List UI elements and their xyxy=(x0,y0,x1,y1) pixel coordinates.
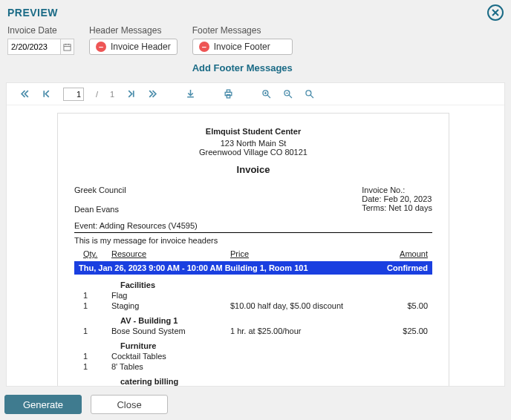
doc-title: Invoice xyxy=(74,164,432,175)
report-viewer: / 1 Elmquist Student Center 123 North Ma… xyxy=(6,82,505,387)
svg-line-8 xyxy=(267,95,270,98)
booking-bar: Thu, Jan 26, 2023 9:00 AM - 10:00 AM Bui… xyxy=(74,261,432,275)
zoom-out-button[interactable] xyxy=(283,89,293,99)
invoice-date-line: Date: Feb 20, 2023 xyxy=(362,194,432,203)
add-footer-messages-link[interactable]: Add Footer Messages xyxy=(192,62,293,73)
line-price xyxy=(230,291,371,300)
line-price: $10.00 half day, $5.00 discount xyxy=(230,301,371,310)
header-messages-label: Header Messages xyxy=(89,25,178,36)
prev-page-button[interactable] xyxy=(42,89,51,99)
invoice-footer-pill-label: Invoice Footer xyxy=(214,42,270,52)
col-resource: Resource xyxy=(111,249,230,258)
invoice-document: Elmquist Student Center 123 North Main S… xyxy=(57,113,449,386)
invoice-terms-line: Terms: Net 10 days xyxy=(362,203,432,212)
invoice-footer-pill[interactable]: – Invoice Footer xyxy=(192,39,293,55)
search-button[interactable] xyxy=(305,89,314,99)
zoom-in-button[interactable] xyxy=(261,89,271,99)
booking-when: Thu, Jan 26, 2023 9:00 AM - 10:00 AM Bui… xyxy=(79,263,308,272)
remove-icon: – xyxy=(199,42,209,52)
category-heading: Facilities xyxy=(120,280,432,289)
line-resource: Bose Sound System xyxy=(111,327,230,335)
line-price xyxy=(230,362,371,371)
org-addr1: 123 North Main St xyxy=(74,139,432,148)
invoice-header-pill-label: Invoice Header xyxy=(111,42,171,52)
close-footer-button[interactable]: Close xyxy=(91,395,168,414)
invoice-date-field[interactable] xyxy=(7,39,74,55)
category-heading: AV - Building 1 xyxy=(120,316,432,325)
line-resource: 8' Tables xyxy=(111,362,230,371)
svg-line-15 xyxy=(310,95,313,98)
category-heading: Furniture xyxy=(120,341,432,350)
invoice-date-label: Invoice Date xyxy=(7,25,74,36)
print-button[interactable] xyxy=(224,89,233,99)
group-name: Greek Council xyxy=(74,186,126,194)
line-item: 1Bose Sound System1 hr. at $25.00/hour$2… xyxy=(74,327,432,335)
line-resource: Staging xyxy=(111,301,230,310)
line-amount: $5.00 xyxy=(371,301,432,310)
category-heading: catering billing xyxy=(120,377,432,386)
page-total: 1 xyxy=(110,90,114,99)
page-number-input[interactable] xyxy=(63,88,84,101)
line-amount xyxy=(371,362,432,371)
line-amount: $25.00 xyxy=(371,327,432,335)
event-line: Event: Adding Resources (V4595) xyxy=(74,221,432,230)
line-item: 1Flag xyxy=(74,291,432,300)
svg-rect-5 xyxy=(227,90,230,92)
line-qty: 1 xyxy=(74,301,111,310)
org-addr2: Greenwood Village CO 80121 xyxy=(74,148,432,157)
line-item: 18' Tables xyxy=(74,362,432,371)
next-page-button[interactable] xyxy=(126,89,136,99)
header-message: This is my message for invoice headers xyxy=(74,232,432,245)
document-scroll[interactable]: Elmquist Student Center 123 North Main S… xyxy=(7,105,504,386)
svg-line-12 xyxy=(289,95,292,98)
line-item: 1Cocktail Tables xyxy=(74,352,432,361)
close-button[interactable] xyxy=(487,4,504,21)
line-amount xyxy=(371,291,432,300)
col-qty: Qty. xyxy=(74,249,111,258)
footer-messages-label: Footer Messages xyxy=(192,25,293,36)
line-qty: 1 xyxy=(74,291,111,300)
table-header-row: Qty. Resource Price Amount xyxy=(74,249,432,258)
col-price: Price xyxy=(230,249,371,258)
invoice-date-input[interactable] xyxy=(8,39,60,54)
download-button[interactable] xyxy=(186,89,195,99)
svg-point-14 xyxy=(306,91,311,96)
generate-button[interactable]: Generate xyxy=(4,395,82,414)
page-separator: / xyxy=(96,90,98,99)
close-icon xyxy=(492,9,499,16)
preview-title: PREVIEW xyxy=(7,7,487,19)
first-page-button[interactable] xyxy=(20,89,30,99)
booking-status: Confirmed xyxy=(387,263,428,272)
remove-icon: – xyxy=(96,42,106,52)
col-amount: Amount xyxy=(371,249,432,258)
calendar-icon[interactable] xyxy=(60,39,74,54)
line-amount xyxy=(371,352,432,361)
person-name: Dean Evans xyxy=(74,205,126,214)
line-qty: 1 xyxy=(74,327,111,335)
line-price xyxy=(230,352,371,361)
line-qty: 1 xyxy=(74,362,111,371)
invoice-header-pill[interactable]: – Invoice Header xyxy=(89,39,178,55)
line-resource: Flag xyxy=(111,291,230,300)
last-page-button[interactable] xyxy=(148,89,157,99)
org-name: Elmquist Student Center xyxy=(74,127,432,136)
line-qty: 1 xyxy=(74,352,111,361)
line-price: 1 hr. at $25.00/hour xyxy=(230,327,371,335)
svg-rect-0 xyxy=(64,44,71,50)
line-item: 1Staging$10.00 half day, $5.00 discount$… xyxy=(74,301,432,310)
invoice-no-label: Invoice No.: xyxy=(362,186,432,194)
viewer-toolbar: / 1 xyxy=(7,83,504,105)
line-resource: Cocktail Tables xyxy=(111,352,230,361)
